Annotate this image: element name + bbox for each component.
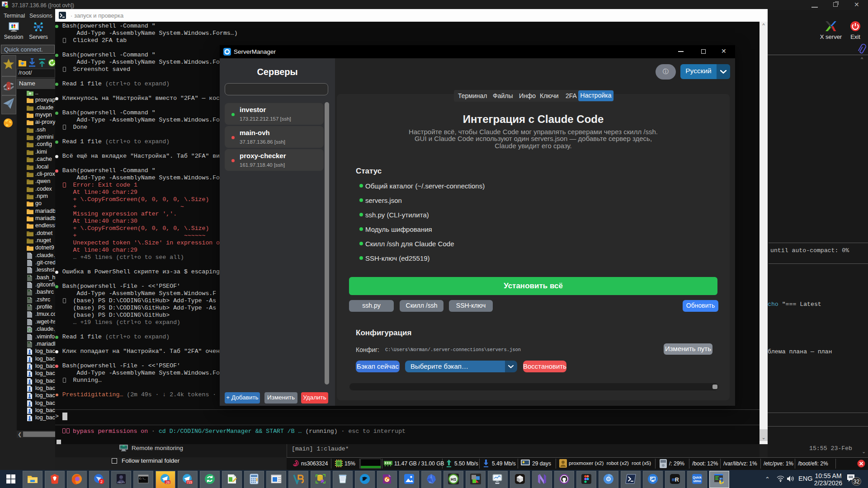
svg-text:utmo: utmo (693, 479, 701, 483)
svg-text:2: 2 (100, 479, 103, 484)
svg-text:.26: .26 (165, 481, 170, 484)
svg-text:HS: HS (451, 477, 457, 482)
svg-text:R: R (675, 477, 679, 483)
svg-text:Quick: Quick (693, 476, 702, 479)
svg-text:715: 715 (187, 481, 192, 484)
svg-text:FRUTY: FRUTY (118, 481, 125, 484)
svg-text:C:\_: C:\_ (139, 477, 146, 480)
